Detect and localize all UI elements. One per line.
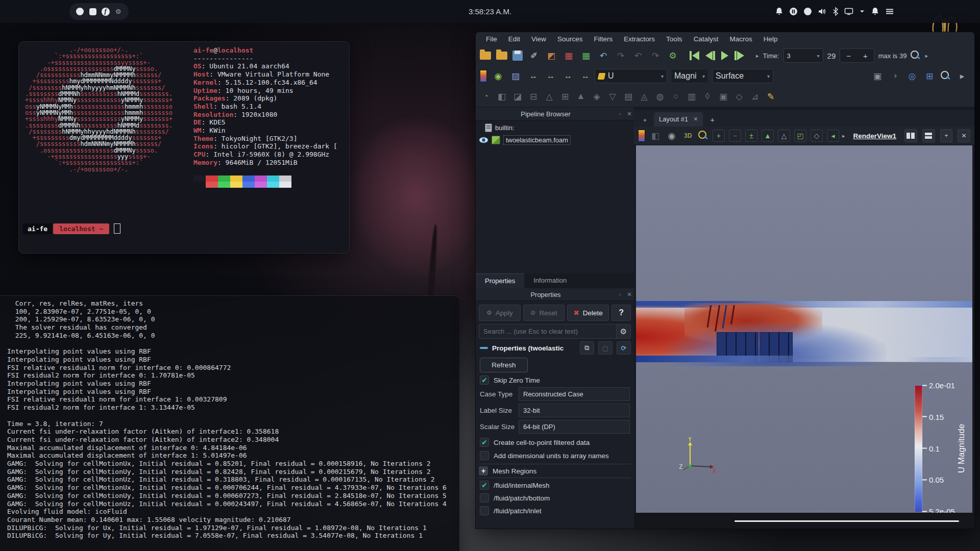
extract-subset-icon[interactable]: ⊞ bbox=[559, 90, 571, 103]
color-by-combo[interactable]: U▾ bbox=[595, 69, 667, 83]
warp-filter-icon[interactable]: ▽ bbox=[606, 90, 619, 103]
menu-help[interactable]: Help bbox=[758, 34, 783, 44]
chevron-right-icon[interactable]: ▸ bbox=[956, 70, 968, 82]
frame-plus-button[interactable]: + bbox=[857, 52, 874, 60]
menu-view[interactable]: View bbox=[526, 34, 551, 44]
reset-range-icon[interactable]: ◉ bbox=[492, 70, 504, 82]
camera-undo-icon[interactable]: ↶ bbox=[632, 49, 644, 62]
open-file-icon[interactable] bbox=[480, 52, 491, 60]
region-patch-bottom[interactable]: /fluid/patch/bottom bbox=[480, 493, 550, 503]
menu-edit[interactable]: Edit bbox=[503, 34, 525, 44]
add-view-button[interactable]: + bbox=[940, 129, 953, 142]
next-frame-button[interactable] bbox=[734, 51, 744, 60]
search-time-icon[interactable] bbox=[911, 51, 919, 59]
terminal-cursor[interactable] bbox=[114, 223, 120, 234]
notifications-bell-icon[interactable] bbox=[775, 7, 783, 16]
representation-combo[interactable]: Surface▾ bbox=[712, 69, 773, 83]
float-panel-icon[interactable]: ◦ bbox=[616, 111, 625, 117]
bluetooth-icon[interactable] bbox=[832, 7, 839, 16]
visibility-eye-icon[interactable] bbox=[479, 137, 488, 143]
status-circle-icon[interactable] bbox=[803, 7, 812, 16]
undo-icon[interactable]: ↶ bbox=[597, 49, 609, 62]
render-view-label[interactable]: RenderView1 bbox=[853, 132, 897, 140]
menu-catalyst[interactable]: Catalyst bbox=[689, 34, 724, 44]
close-layout-icon[interactable]: ✕ bbox=[693, 116, 698, 122]
reload-properties-icon[interactable]: ⟳ bbox=[617, 341, 631, 355]
python-calculator-icon[interactable]: ◊ bbox=[701, 90, 714, 103]
rescale-temporal-range-icon[interactable]: ↔ bbox=[561, 70, 574, 82]
component-combo[interactable]: Magnitude▾ bbox=[671, 69, 708, 83]
probe-location-icon[interactable]: ○ bbox=[670, 90, 682, 103]
float-properties-icon[interactable]: ◦ bbox=[616, 291, 625, 297]
color-palette-icon[interactable]: ◩ bbox=[545, 49, 557, 62]
region-patch-inlet[interactable]: /fluid/patch/inlet bbox=[480, 506, 542, 516]
reset-camera-closest-icon[interactable]: ± bbox=[745, 130, 757, 142]
expand-mesh-regions-icon[interactable]: + bbox=[479, 466, 488, 475]
alert-bell-icon[interactable] bbox=[871, 7, 879, 16]
first-frame-button[interactable] bbox=[690, 51, 699, 60]
split-vertical-button[interactable] bbox=[922, 129, 935, 142]
checkbox-icon[interactable]: ✔ bbox=[480, 438, 489, 447]
checkbox-icon[interactable]: ✔ bbox=[480, 481, 489, 490]
toolbar-overflow-icon[interactable]: ▸ bbox=[925, 53, 928, 59]
menu-icon[interactable] bbox=[885, 7, 894, 16]
generate-mesh-icon[interactable]: ✐ bbox=[528, 49, 540, 62]
tab-properties[interactable]: Properties bbox=[476, 273, 524, 288]
checkbox-icon[interactable] bbox=[480, 451, 489, 460]
cell-data-to-point-data-icon[interactable]: ◇ bbox=[733, 90, 745, 103]
rescale-custom-range-icon[interactable]: ↔ bbox=[544, 70, 556, 82]
set-view-up-icon[interactable]: ▲ bbox=[762, 130, 774, 142]
zoom-out-icon[interactable]: − bbox=[729, 130, 741, 142]
rotate-view-icon[interactable]: △ bbox=[778, 130, 790, 142]
prev-layout-icon[interactable]: + bbox=[637, 114, 653, 127]
display-icon[interactable] bbox=[844, 7, 853, 16]
group-datasets-icon[interactable]: ▤ bbox=[622, 90, 634, 103]
save-data-icon[interactable] bbox=[512, 51, 523, 61]
auto-apply-icon[interactable]: ⚙ bbox=[667, 49, 679, 62]
checkbox-icon[interactable] bbox=[480, 493, 489, 503]
stream-tracer-icon[interactable]: ◈ bbox=[591, 90, 603, 103]
color-legend-bar[interactable] bbox=[915, 385, 922, 512]
slice-filter-icon[interactable]: ⊟ bbox=[527, 90, 540, 103]
volume-icon[interactable] bbox=[818, 7, 827, 16]
check-dimensional-units[interactable]: Add dimensional units to array names bbox=[480, 450, 609, 461]
refresh-button[interactable]: Refresh bbox=[480, 358, 528, 372]
menu-file[interactable]: File bbox=[481, 34, 502, 44]
texture-map-icon[interactable]: ▦ bbox=[562, 49, 575, 62]
zoom-box-icon[interactable] bbox=[941, 71, 949, 79]
delete-button[interactable]: ✖Delete bbox=[567, 305, 609, 321]
menu-extractors[interactable]: Extractors bbox=[619, 34, 660, 44]
search-options-gear-icon[interactable]: ⚙ bbox=[616, 324, 631, 339]
rescale-visible-range-icon[interactable]: ↔ bbox=[579, 70, 591, 82]
menu-sources[interactable]: Sources bbox=[552, 34, 588, 44]
pause-circle-icon[interactable] bbox=[789, 7, 798, 16]
rescale-data-range-icon[interactable]: ↔ bbox=[527, 70, 539, 82]
menu-macros[interactable]: Macros bbox=[724, 34, 757, 44]
plot-over-line-icon[interactable]: ◍ bbox=[654, 90, 666, 103]
copy-properties-icon[interactable]: ⧉ bbox=[580, 341, 594, 355]
capture-screenshot-icon[interactable]: ◉ bbox=[666, 130, 678, 142]
expander-icon[interactable]: ▸ bbox=[756, 53, 759, 59]
reset-button[interactable]: ⊘Reset bbox=[523, 305, 565, 321]
select-polygon-icon[interactable]: ◇ bbox=[811, 130, 823, 142]
tab-layout-1[interactable]: Layout #1✕ bbox=[654, 112, 703, 127]
contour-filter-icon[interactable]: ◧ bbox=[496, 90, 508, 103]
glyph-filter-icon[interactable]: ▲ bbox=[575, 90, 587, 103]
color-legend-icon[interactable]: ▨ bbox=[509, 70, 522, 82]
paste-properties-icon[interactable]: ▢ bbox=[598, 341, 612, 355]
check-skip-zero-time[interactable]: ✔Skip Zero Time bbox=[480, 375, 540, 385]
caret-down-icon[interactable] bbox=[859, 7, 865, 16]
label-size-select[interactable]: 32-bit bbox=[519, 404, 630, 417]
calculator-filter-icon[interactable]: ◔ bbox=[480, 90, 492, 103]
menu-tools[interactable]: Tools bbox=[661, 34, 688, 44]
pipeline-item-builtin[interactable]: builtin: bbox=[485, 122, 514, 133]
play-button[interactable] bbox=[721, 51, 728, 60]
edit-view-options-icon[interactable]: ▣ bbox=[871, 70, 884, 82]
zoom-in-icon[interactable]: + bbox=[713, 130, 725, 142]
collapse-section-icon[interactable] bbox=[480, 347, 488, 349]
menu-filters[interactable]: Filters bbox=[589, 34, 618, 44]
zoom-to-data-icon[interactable] bbox=[698, 131, 706, 139]
center-axes-visibility-icon[interactable]: ◎ bbox=[906, 70, 918, 82]
pipeline-item-foam[interactable]: twoelasticbeam.foam bbox=[479, 134, 571, 145]
new-layout-tab[interactable]: + bbox=[704, 113, 721, 127]
